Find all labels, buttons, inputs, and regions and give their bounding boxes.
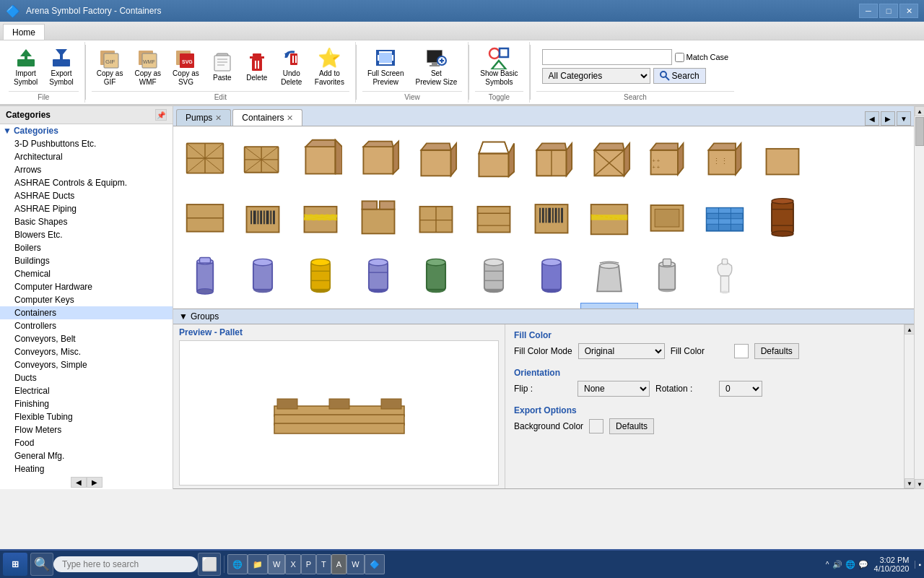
right-scroll-up[interactable]: ▲: [915, 106, 924, 116]
symbol-box-cross[interactable]: [580, 129, 638, 187]
cat-item-general-mfg-[interactable]: General Mfg.: [0, 449, 173, 462]
cat-item-ducts[interactable]: Ducts: [0, 371, 173, 384]
flip-select[interactable]: None: [578, 381, 650, 397]
symbol-box-9[interactable]: + + + +: [638, 129, 696, 187]
cat-item-boilers[interactable]: Boilers: [0, 241, 173, 254]
start-button[interactable]: ⊞: [3, 553, 27, 576]
right-scroll-down[interactable]: ▼: [915, 479, 924, 489]
symbol-box-5[interactable]: [407, 129, 465, 187]
taskbar-task-view[interactable]: ⬜: [198, 553, 221, 576]
symbol-pallet-selected[interactable]: [580, 303, 638, 309]
paste-button[interactable]: Paste: [206, 48, 239, 85]
cat-item-ashrae-piping[interactable]: ASHRAE Piping: [0, 202, 173, 215]
symbol-cylinder-white[interactable]: [349, 303, 407, 309]
symbol-bucket-silver[interactable]: [580, 245, 638, 303]
undo-delete-button[interactable]: UndoDelete: [275, 43, 308, 90]
symbol-shelf-3[interactable]: [754, 303, 811, 309]
symbols-area[interactable]: + + + + ⋮⋮: [173, 126, 914, 309]
cat-item-food[interactable]: Food: [0, 436, 173, 449]
cat-item-containers[interactable]: Containers: [0, 306, 173, 319]
cat-item-ashrae-controls---equipm-[interactable]: ASHRAE Controls & Equipm.: [0, 176, 173, 189]
taskbar-explorer-btn[interactable]: 📁: [248, 554, 268, 574]
fill-defaults-button[interactable]: Defaults: [754, 343, 799, 359]
tab-nav-list[interactable]: ▼: [897, 111, 911, 126]
minimize-button[interactable]: ─: [859, 4, 878, 18]
symbol-box-2r-5[interactable]: [407, 187, 465, 245]
tab-home[interactable]: Home: [3, 24, 45, 40]
show-basic-symbols-button[interactable]: Show BasicSymbols: [475, 43, 523, 90]
cat-item-controllers[interactable]: Controllers: [0, 319, 173, 332]
symbol-box-2r-1[interactable]: [176, 187, 234, 245]
symbol-box-2r-6[interactable]: [465, 187, 523, 245]
symbol-crate-2[interactable]: [234, 129, 292, 187]
cat-item-3-d-pushbuttons-etc-[interactable]: 3-D Pushbuttons Etc.: [0, 137, 173, 150]
taskbar-app2-btn[interactable]: 🔷: [365, 554, 385, 574]
symbol-box-side-open[interactable]: [523, 129, 580, 187]
cat-item-conveyors--misc-[interactable]: Conveyors, Misc.: [0, 345, 173, 358]
fill-color-mode-select[interactable]: Original: [578, 343, 665, 359]
copy-as-svg-button[interactable]: SVG Copy asSVG: [167, 43, 204, 90]
sys-network[interactable]: 🌐: [845, 560, 855, 569]
bg-color-picker[interactable]: [589, 419, 603, 434]
search-input[interactable]: [542, 49, 672, 65]
symbol-box-4[interactable]: [349, 129, 407, 187]
symbol-box-barcode2[interactable]: [523, 187, 580, 245]
tab-containers-close[interactable]: ✕: [287, 113, 293, 123]
cat-scroll-right[interactable]: ▶: [87, 477, 103, 488]
cat-item-computer-keys[interactable]: Computer Keys: [0, 293, 173, 306]
clock[interactable]: 3:02 PM 4/10/2020: [874, 556, 910, 573]
cat-item-buildings[interactable]: Buildings: [0, 254, 173, 267]
symbol-bottle-white[interactable]: [696, 245, 754, 303]
cat-item-basic-shapes[interactable]: Basic Shapes: [0, 215, 173, 228]
taskbar-search-input[interactable]: [53, 556, 198, 572]
copy-as-wmf-button[interactable]: WMF Copy asWMF: [129, 43, 166, 90]
symbol-empty[interactable]: [754, 245, 811, 303]
symbol-box-open[interactable]: [465, 129, 523, 187]
export-symbol-button[interactable]: ExportSymbol: [44, 43, 78, 90]
groups-header[interactable]: ▼ Groups: [173, 309, 914, 324]
symbol-crate-1[interactable]: [176, 129, 234, 187]
symbol-box-tape[interactable]: [292, 187, 349, 245]
symbol-box-11[interactable]: [754, 129, 811, 187]
copy-as-gif-button[interactable]: GIF Copy asGIF: [92, 43, 128, 90]
cat-item-blowers-etc-[interactable]: Blowers Etc.: [0, 228, 173, 241]
taskbar-edge-btn[interactable]: 🌐: [227, 554, 248, 574]
categories-pin-button[interactable]: 📌: [155, 109, 167, 121]
taskbar-word2-btn[interactable]: W: [346, 554, 364, 574]
symbol-cylinder-silver2[interactable]: [523, 303, 580, 309]
symbol-cylinder-2[interactable]: [292, 303, 349, 309]
symbol-pallet-blue[interactable]: [696, 187, 754, 245]
cat-item-finishing[interactable]: Finishing: [0, 397, 173, 410]
import-symbol-button[interactable]: ImportSymbol: [9, 43, 43, 90]
scroll-up-btn[interactable]: ▲: [905, 324, 915, 335]
symbol-cylinder-orange[interactable]: [465, 303, 523, 309]
taskbar-arena-btn[interactable]: A: [331, 554, 346, 574]
taskbar-ppt-btn[interactable]: P: [301, 554, 316, 574]
symbol-box-2r-9[interactable]: [638, 187, 696, 245]
tab-nav-next[interactable]: ▶: [881, 111, 895, 126]
cat-item-chemical[interactable]: Chemical: [0, 267, 173, 280]
symbol-shelf-1[interactable]: [638, 303, 696, 309]
tab-pumps[interactable]: Pumps ✕: [176, 109, 231, 126]
export-defaults-button[interactable]: Defaults: [609, 418, 654, 434]
categories-root[interactable]: ▼ Categories: [0, 124, 173, 137]
maximize-button[interactable]: □: [879, 4, 898, 18]
delete-button[interactable]: Delete: [240, 48, 274, 85]
symbol-cylinder-gray[interactable]: [407, 303, 465, 309]
search-button[interactable]: Search: [653, 68, 706, 84]
scroll-thumb[interactable]: [915, 117, 924, 146]
symbol-drum-blue-1[interactable]: [176, 245, 234, 303]
symbol-drum-blue-4[interactable]: [523, 245, 580, 303]
close-button[interactable]: ✕: [899, 4, 918, 18]
categories-list[interactable]: ▼ Categories 3-D Pushbuttons Etc.Archite…: [0, 124, 173, 475]
right-scrollbar[interactable]: ▲ ▼: [914, 106, 924, 489]
cat-item-conveyors--simple[interactable]: Conveyors, Simple: [0, 358, 173, 371]
symbol-drum-blue-3[interactable]: [349, 245, 407, 303]
symbol-drum-silver[interactable]: [465, 245, 523, 303]
tab-nav-prev[interactable]: ◀: [865, 111, 879, 126]
bottom-scrollbar[interactable]: ▲ ▼: [904, 324, 914, 488]
cat-item-conveyors--belt[interactable]: Conveyors, Belt: [0, 332, 173, 345]
tab-containers[interactable]: Containers ✕: [232, 109, 302, 126]
taskbar-word-btn[interactable]: W: [268, 554, 285, 574]
cat-item-flexible-tubing[interactable]: Flexible Tubing: [0, 410, 173, 423]
